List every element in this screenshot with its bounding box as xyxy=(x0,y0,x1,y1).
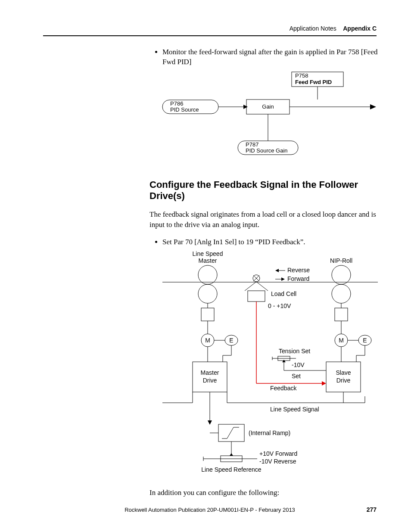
svg-text:Line Speed: Line Speed xyxy=(193,250,223,257)
svg-text:Master: Master xyxy=(201,369,219,376)
header-appendix: Appendix C xyxy=(343,25,377,32)
svg-point-28 xyxy=(332,265,351,284)
svg-marker-91 xyxy=(230,453,233,456)
p787-line1: P787 xyxy=(246,141,258,148)
svg-marker-25 xyxy=(275,269,279,272)
svg-text:Line Speed Reference: Line Speed Reference xyxy=(201,466,262,473)
paragraph-1: The feedback signal originates from a lo… xyxy=(149,209,378,230)
svg-text:M: M xyxy=(205,337,210,344)
p758-line2: Feed Fwd PID xyxy=(295,79,332,85)
diagram-drive-system: Line Speed Master NIP-Roll Reverse Forwa… xyxy=(162,250,378,480)
svg-text:Drive: Drive xyxy=(336,377,351,384)
svg-line-19 xyxy=(256,282,268,291)
page-number: 277 xyxy=(367,506,377,513)
svg-text:Feedback: Feedback xyxy=(270,385,297,392)
svg-rect-21 xyxy=(248,291,265,302)
svg-text:M: M xyxy=(339,337,344,344)
svg-rect-84 xyxy=(218,424,244,442)
svg-marker-5 xyxy=(243,105,248,109)
p786-line1: P786 xyxy=(170,100,183,107)
svg-text:Drive: Drive xyxy=(203,377,217,384)
svg-text:+10V Forward: +10V Forward xyxy=(259,450,297,457)
p758-line1: P758 xyxy=(295,72,308,79)
svg-rect-32 xyxy=(201,308,214,321)
svg-marker-76 xyxy=(208,420,212,425)
svg-text:E: E xyxy=(363,337,367,344)
svg-text:Set: Set xyxy=(292,373,301,380)
footer-text: Rockwell Automation Publication 20P-UM00… xyxy=(125,507,295,513)
svg-text:Load Cell: Load Cell xyxy=(271,290,296,297)
svg-text:-10V Reverse: -10V Reverse xyxy=(259,458,296,465)
svg-text:Forward: Forward xyxy=(287,275,309,282)
svg-line-20 xyxy=(245,282,256,291)
svg-marker-27 xyxy=(281,277,285,281)
svg-text:0 - +10V: 0 - +10V xyxy=(268,302,291,309)
svg-text:Reverse: Reverse xyxy=(287,267,310,274)
bullet-item: Set Par 70 [Anlg In1 Sel] to 19 “PID Fee… xyxy=(162,237,378,247)
bullet-list-2: Set Par 70 [Anlg In1 Sel] to 19 “PID Fee… xyxy=(162,237,378,247)
svg-text:Slave: Slave xyxy=(336,369,351,376)
svg-marker-67 xyxy=(282,360,286,362)
svg-text:E: E xyxy=(229,337,233,344)
gain-label: Gain xyxy=(262,103,274,110)
svg-text:(Internal Ramp): (Internal Ramp) xyxy=(249,429,290,436)
page-header: Application Notes Appendix C xyxy=(43,25,377,36)
header-section: Application Notes xyxy=(290,25,336,32)
svg-marker-73 xyxy=(322,381,326,386)
svg-point-29 xyxy=(332,284,351,303)
svg-point-15 xyxy=(198,284,217,303)
bullet-list-1: Monitor the feed-forward signal after th… xyxy=(162,47,378,67)
svg-marker-7 xyxy=(370,104,376,109)
svg-rect-35 xyxy=(335,308,348,321)
section-heading: Configure the Feedback Signal in the Fol… xyxy=(149,179,378,202)
svg-text:Line Speed Signal: Line Speed Signal xyxy=(270,406,319,413)
page-footer: Rockwell Automation Publication 20P-UM00… xyxy=(43,507,377,513)
p786-line2: PID Source xyxy=(170,106,199,113)
diagram-feedforward: P758 Feed Fwd PID Gain P786 PID Source P… xyxy=(149,70,378,162)
bullet-item: Monitor the feed-forward signal after th… xyxy=(162,47,378,67)
svg-text:-10V: -10V xyxy=(292,361,305,368)
svg-text:Tension Set: Tension Set xyxy=(279,348,310,355)
svg-text:NIP-Roll: NIP-Roll xyxy=(330,257,352,264)
svg-point-14 xyxy=(198,265,217,284)
paragraph-2: In addition you can configure the follow… xyxy=(149,488,378,498)
p787-line2: PID Source Gain xyxy=(246,147,288,154)
svg-text:Master: Master xyxy=(199,257,217,264)
